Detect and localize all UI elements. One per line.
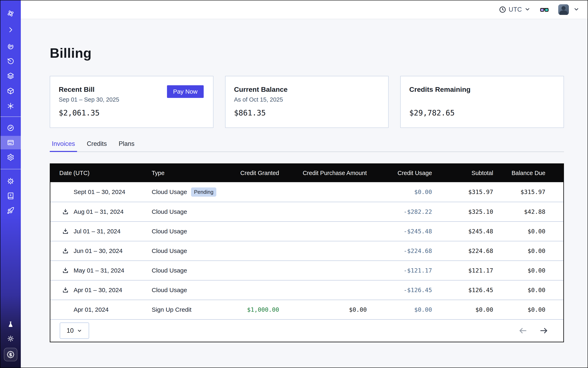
layers-icon[interactable] (7, 72, 14, 80)
subtotal-value: $224.68 (432, 248, 493, 254)
asterisk-icon[interactable] (7, 102, 14, 110)
page-size-value: 10 (67, 327, 74, 334)
column-header: Date (UTC) (50, 170, 152, 176)
balance-due-value: $0.00 (493, 306, 563, 313)
credit-usage-value: -$121.17 (367, 267, 432, 274)
dollar-badge-button[interactable] (4, 348, 17, 361)
billing-tabs: InvoicesCreditsPlans (50, 140, 564, 152)
table-row: Sept 01 – 30, 2024Cloud UsagePending$0.0… (50, 182, 563, 202)
download-invoice-icon[interactable] (62, 208, 69, 215)
card-title: Credits Remaining (409, 85, 554, 93)
tab-plans[interactable]: Plans (117, 140, 137, 152)
tab-invoices[interactable]: Invoices (50, 140, 77, 152)
subtotal-value: $315.97 (432, 188, 493, 195)
clock-icon (499, 6, 506, 13)
card-subtitle (409, 96, 554, 103)
invoice-date: Sept 01 – 30, 2024 (74, 188, 125, 195)
credit-granted-value: $1,000.00 (237, 306, 279, 313)
credit-usage-value: -$224.68 (367, 248, 432, 254)
tabs-row: InvoicesCreditsPlans (50, 140, 564, 152)
timezone-selector[interactable]: UTC (499, 6, 531, 13)
sidebar-divider (0, 169, 21, 169)
download-invoice-icon[interactable] (62, 228, 69, 235)
invoice-date: Jul 01 – 31, 2024 (74, 228, 120, 235)
chevron-down-icon (525, 6, 531, 13)
balance-due-value: $42.88 (493, 208, 563, 215)
download-invoice-icon[interactable] (62, 286, 69, 294)
settings-gear-icon[interactable] (7, 154, 14, 161)
history-icon[interactable] (7, 57, 14, 65)
timezone-label: UTC (509, 6, 522, 13)
balance-due-value: $0.00 (493, 248, 563, 254)
download-invoice-icon[interactable] (62, 267, 69, 274)
topbar: UTC (21, 0, 588, 19)
download-invoice-icon[interactable] (62, 247, 69, 255)
credits-remaining-amount: $29,782.65 (409, 109, 554, 117)
table-footer: 10 (50, 319, 563, 342)
credit-usage-value: $0.00 (367, 188, 432, 195)
sidebar (0, 0, 21, 368)
prev-page-arrow[interactable] (518, 326, 527, 335)
avatar[interactable] (558, 4, 569, 15)
page-size-select[interactable]: 10 (60, 322, 89, 339)
table-row: Jul 01 – 31, 2024Cloud Usage-$245.48$245… (50, 221, 563, 241)
rocket-icon[interactable] (7, 207, 14, 214)
helm-icon[interactable] (7, 177, 14, 185)
chevron-down-icon[interactable] (573, 6, 579, 13)
invoice-date: May 01 – 31, 2024 (74, 267, 124, 274)
sidebar-divider (0, 117, 21, 117)
invoices-table: Date (UTC)TypeCredit GrantedCredit Purch… (50, 163, 564, 342)
column-header: Credit Purchase Amount (279, 170, 367, 176)
table-row: Jun 01 – 30, 2024Cloud Usage-$224.68$224… (50, 241, 563, 260)
column-header: Type (152, 170, 237, 176)
tab-credits[interactable]: Credits (85, 140, 109, 152)
invoice-date: Apr 01 – 30, 2024 (74, 287, 122, 294)
table-row: Aug 01 – 31, 2024Cloud Usage-$282.22$325… (50, 202, 563, 221)
column-header: Credit Usage (367, 170, 432, 176)
subtotal-value: $121.17 (432, 267, 493, 274)
balance-due-value: $315.97 (493, 188, 563, 195)
invoice-type: Cloud Usage (152, 208, 187, 215)
main-content: Billing Recent Bill Sep 01 – Sep 30, 202… (21, 19, 588, 368)
iris-scan-icon[interactable] (7, 43, 14, 50)
logo-orbit-icon[interactable] (7, 10, 14, 17)
pay-now-button[interactable]: Pay Now (167, 85, 204, 98)
status-badge: Pending (191, 187, 216, 197)
credit-purchase-value: $0.00 (279, 306, 367, 313)
column-header: Credit Granted (237, 170, 279, 176)
page-title: Billing (50, 45, 564, 61)
next-page-arrow[interactable] (539, 326, 548, 335)
invoice-type: Cloud Usage (152, 228, 187, 235)
chevron-right-icon[interactable] (7, 26, 14, 33)
invoice-date: Aug 01 – 31, 2024 (74, 208, 124, 215)
table-row: Apr 01 – 30, 2024Cloud Usage-$126.45$126… (50, 280, 563, 300)
current-balance-amount: $861.35 (234, 109, 379, 117)
glasses-icon[interactable] (540, 5, 549, 15)
gauge-icon[interactable] (7, 124, 14, 132)
flask-icon[interactable] (7, 321, 14, 328)
subtotal-value: $325.10 (432, 208, 493, 215)
table-body: Sept 01 – 30, 2024Cloud UsagePending$0.0… (50, 182, 563, 319)
pager (518, 326, 548, 335)
brightness-icon[interactable] (7, 335, 14, 342)
column-header: Subtotal (432, 170, 493, 176)
invoice-type: Cloud Usage (152, 248, 187, 254)
credit-usage-value: $0.00 (367, 306, 432, 313)
invoice-type: Sign Up Credit (152, 306, 191, 313)
column-header: Balance Due (493, 170, 563, 176)
balance-due-value: $0.00 (493, 267, 563, 274)
cube-icon[interactable] (7, 87, 14, 95)
recent-bill-amount: $2,061.35 (59, 109, 204, 117)
chevron-down-icon (77, 328, 82, 333)
book-sparkle-icon[interactable] (7, 192, 14, 200)
invoice-type: Cloud Usage (152, 267, 187, 274)
card-title: Current Balance (234, 85, 379, 93)
invoice-date: Apr 01, 2024 (74, 306, 109, 313)
billing-icon[interactable] (7, 139, 14, 146)
current-balance-card: Current Balance As of Oct 15, 2025 $861.… (225, 76, 389, 128)
invoice-type: Cloud Usage (152, 188, 187, 195)
invoice-date: Jun 01 – 30, 2024 (74, 248, 123, 254)
table-row: May 01 – 31, 2024Cloud Usage-$121.17$121… (50, 260, 563, 280)
subtotal-value: $0.00 (432, 306, 493, 313)
table-header: Date (UTC)TypeCredit GrantedCredit Purch… (50, 164, 563, 182)
